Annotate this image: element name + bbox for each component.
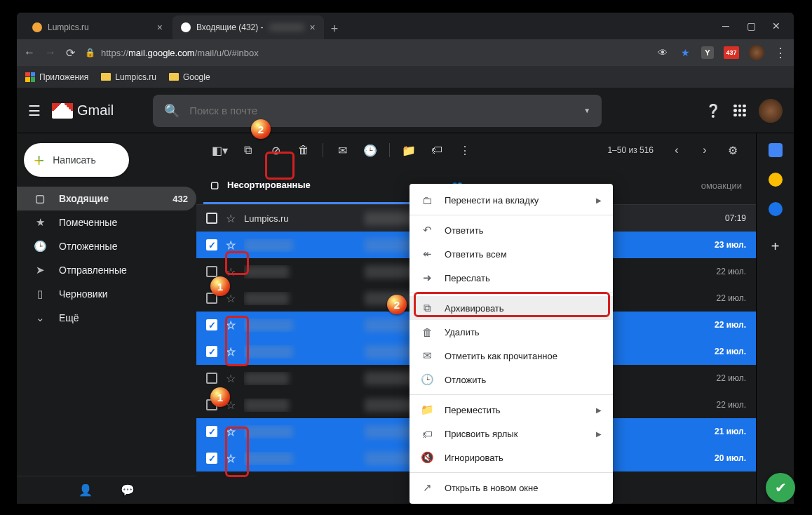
ctx-mark-read[interactable]: ✉Отметить как прочитанное: [410, 344, 613, 368]
browser-tab-active[interactable]: Входящие (432) - ×: [172, 15, 324, 39]
row-checkbox[interactable]: ✓: [206, 426, 217, 437]
search-dropdown-icon[interactable]: ▼: [583, 107, 590, 114]
star-icon[interactable]: ☆: [226, 372, 236, 385]
close-tab-icon[interactable]: ×: [310, 22, 316, 33]
sidebar-item-inbox[interactable]: ▢ Входящие 432: [17, 187, 196, 210]
more-button[interactable]: ⋮: [453, 138, 477, 162]
tab-promotions[interactable]: омоакции: [686, 167, 749, 204]
row-checkbox[interactable]: [206, 373, 217, 384]
star-icon[interactable]: ☆: [226, 239, 236, 252]
snooze-button[interactable]: 🕒: [358, 138, 382, 162]
reply-all-icon: ↞: [421, 248, 433, 260]
contacts-icon[interactable]: 👤: [79, 483, 93, 497]
forward-button[interactable]: →: [45, 46, 56, 59]
extension-y-icon[interactable]: Y: [701, 46, 714, 59]
sidebar-item-more[interactable]: ⌄Ещё: [17, 306, 196, 330]
star-icon[interactable]: ☆: [226, 212, 236, 225]
close-window-button[interactable]: ✕: [771, 20, 781, 32]
bookmark-folder[interactable]: Lumpics.ru: [101, 72, 156, 82]
row-checkbox[interactable]: [206, 213, 217, 224]
compose-button[interactable]: + Написать: [24, 143, 129, 177]
mail-extension-badge[interactable]: 437: [724, 46, 739, 59]
star-icon[interactable]: ☆: [226, 265, 236, 279]
delete-button[interactable]: 🗑: [292, 138, 316, 162]
star-icon[interactable]: ☆: [226, 452, 236, 465]
ctx-open-new-window[interactable]: ↗Открыть в новом окне: [410, 476, 613, 500]
ctx-mute[interactable]: 🔇Игнорировать: [410, 446, 613, 469]
hangouts-icon[interactable]: 💬: [121, 483, 135, 497]
mark-read-button[interactable]: ✉: [330, 138, 354, 162]
help-icon[interactable]: ❔: [705, 103, 721, 119]
move-to-button[interactable]: 📁: [397, 138, 421, 162]
row-checkbox[interactable]: [206, 293, 217, 304]
ctx-forward[interactable]: ➜Переслать: [410, 266, 613, 290]
browser-menu-icon[interactable]: ⋮: [774, 45, 787, 60]
ctx-reply-all[interactable]: ↞Ответить всем: [410, 242, 613, 266]
sidebar-item-starred[interactable]: ★Помеченные: [17, 210, 196, 234]
row-checkbox[interactable]: ✓: [206, 319, 217, 330]
ctx-move-to[interactable]: 📁Переместить▶: [410, 398, 613, 422]
close-tab-icon[interactable]: ×: [157, 22, 163, 33]
google-apps-icon[interactable]: [733, 105, 746, 117]
tab-label: Несортированные: [227, 180, 311, 190]
add-addon-icon[interactable]: +: [771, 239, 780, 255]
ctx-reply[interactable]: ↶Ответить: [410, 218, 613, 242]
settings-button[interactable]: ⚙: [721, 138, 745, 162]
labels-button[interactable]: 🏷: [425, 138, 449, 162]
sidebar-item-label: Помеченные: [59, 217, 117, 228]
row-checkbox[interactable]: ✓: [206, 239, 217, 250]
minimize-button[interactable]: ─: [721, 20, 731, 32]
row-checkbox[interactable]: [206, 266, 217, 277]
prev-page-button[interactable]: ‹: [665, 138, 689, 162]
row-checkbox[interactable]: [206, 399, 217, 410]
calendar-addon-icon[interactable]: [769, 143, 783, 157]
back-button[interactable]: ←: [24, 46, 35, 59]
archive-button[interactable]: ⧉: [236, 138, 259, 162]
star-icon[interactable]: ☆: [226, 319, 236, 332]
eye-icon[interactable]: 👁: [656, 46, 669, 59]
star-icon[interactable]: ☆: [226, 345, 236, 359]
url-field[interactable]: 🔒 https://mail.google.com/mail/u/0/#inbo…: [85, 48, 647, 58]
next-page-button[interactable]: ›: [693, 138, 717, 162]
search-input[interactable]: [189, 105, 574, 116]
sidebar-item-snoozed[interactable]: 🕒Отложенные: [17, 234, 196, 258]
row-checkbox[interactable]: ✓: [206, 346, 217, 357]
gmail-logo[interactable]: Gmail: [52, 102, 114, 119]
hamburger-menu-icon[interactable]: ☰: [28, 102, 41, 119]
shield-fab-icon[interactable]: ✔: [766, 473, 795, 502]
sidebar-item-sent[interactable]: ➤Отправленные: [17, 258, 196, 282]
separator: [323, 143, 323, 157]
star-icon[interactable]: ☆: [226, 292, 236, 305]
maximize-button[interactable]: ▢: [746, 20, 756, 32]
archive-icon: ⧉: [421, 302, 433, 314]
browser-tab[interactable]: Lumpics.ru ×: [24, 15, 171, 39]
row-date: 21 июл.: [715, 427, 746, 436]
sidebar-item-drafts[interactable]: ▯Черновики: [17, 282, 196, 306]
ctx-delete[interactable]: 🗑Удалить: [410, 320, 613, 344]
ctx-label: Присвоить ярлык: [445, 429, 517, 439]
account-avatar[interactable]: [759, 99, 783, 123]
ctx-archive[interactable]: ⧉Архивировать: [410, 296, 613, 320]
bookmark-apps[interactable]: Приложения: [25, 72, 88, 82]
ctx-move-to-tab[interactable]: 🗀Перенести на вкладку▶: [410, 188, 613, 212]
new-tab-button[interactable]: +: [325, 19, 344, 39]
row-date: 22 июл.: [717, 293, 746, 303]
search-box[interactable]: 🔍 ▼: [153, 95, 602, 127]
bookmark-folder[interactable]: Google: [169, 72, 210, 82]
tasks-addon-icon[interactable]: [769, 202, 783, 216]
sidebar: + Написать ▢ Входящие 432 ★Помеченные 🕒О…: [17, 133, 196, 504]
reload-button[interactable]: ⟳: [66, 46, 75, 60]
star-icon[interactable]: ☆: [226, 399, 236, 412]
report-spam-button[interactable]: ⊘: [264, 138, 287, 162]
row-checkbox[interactable]: ✓: [206, 453, 217, 464]
ctx-snooze[interactable]: 🕒Отложить: [410, 368, 613, 392]
star-icon[interactable]: ☆: [226, 425, 236, 439]
star-icon[interactable]: ★: [679, 46, 691, 59]
row-date: 22 июл.: [717, 400, 746, 410]
tab-primary[interactable]: ▢Несортированные: [203, 167, 439, 204]
keep-addon-icon[interactable]: [769, 173, 783, 187]
search-icon: 🔍: [164, 103, 180, 119]
ctx-label[interactable]: 🏷Присвоить ярлык▶: [410, 422, 613, 446]
select-checkbox[interactable]: ◧▾: [208, 138, 231, 162]
profile-avatar-icon[interactable]: [749, 45, 764, 60]
